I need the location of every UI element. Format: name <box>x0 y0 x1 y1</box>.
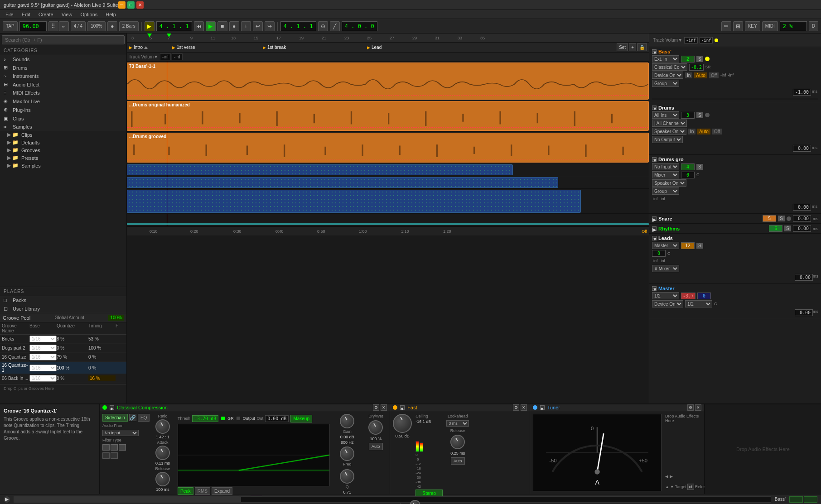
snare-clip[interactable] <box>127 164 513 175</box>
drums-device-select[interactable]: Speaker On <box>652 128 686 135</box>
compressor-settings-icon[interactable]: ⚙ <box>373 404 379 411</box>
tuner-led[interactable] <box>533 405 537 410</box>
menu-file[interactable]: File <box>2 11 17 18</box>
expand-btn[interactable]: Expand <box>212 487 232 495</box>
play-button[interactable]: ▶ <box>206 21 216 31</box>
close-button[interactable]: ✕ <box>136 1 144 9</box>
chain-icon[interactable]: 🔗 <box>129 414 136 421</box>
leads-level[interactable]: 12 <box>681 242 695 249</box>
drums-output-select[interactable]: No Output <box>652 136 683 143</box>
scene-lead[interactable]: ▶ Lead <box>367 45 382 50</box>
loop-position-display[interactable]: 4 . 0 . 0 <box>342 21 377 31</box>
drums-group-s-btn[interactable]: S <box>696 164 703 170</box>
sidebar-item-audio-effect[interactable]: ⊟ Audio Effect <box>0 80 126 89</box>
punch-icon[interactable]: ╱ <box>330 21 340 31</box>
freq-knob[interactable] <box>340 446 354 461</box>
drums-collapse-btn[interactable]: ▼ <box>652 106 657 110</box>
next-icon[interactable]: ▶ <box>670 474 673 479</box>
peak-btn[interactable]: Peak <box>178 487 193 495</box>
leads-collapse-btn[interactable]: ▼ <box>652 236 657 240</box>
folder-presets[interactable]: ▶ 📁 Presets <box>0 154 126 162</box>
arrangement-record-icon[interactable]: ▶ <box>145 21 155 31</box>
filter-btn1[interactable] <box>102 444 110 451</box>
key-label[interactable]: KEY <box>745 21 760 31</box>
leads-s-btn[interactable]: S <box>696 243 703 249</box>
drums-group-collapse-btn[interactable]: ▼ <box>652 157 657 162</box>
zoom-display[interactable]: 100% <box>87 21 106 31</box>
bass-collapse-btn[interactable]: ▼ <box>652 49 657 54</box>
fast-auto-btn[interactable]: Auto <box>451 457 465 465</box>
drums-s-btn[interactable]: S <box>696 112 703 118</box>
d-button[interactable]: D <box>809 21 818 31</box>
bricks-base[interactable]: 1/16 <box>29 336 57 342</box>
tap-button[interactable]: TAP <box>3 21 18 31</box>
attack-knob[interactable] <box>155 446 170 460</box>
bass-group-select[interactable]: Group <box>652 80 679 87</box>
bass-device-select[interactable]: Device On <box>652 72 683 79</box>
master-blue-level[interactable]: 0 <box>697 293 711 299</box>
thresh-value[interactable]: -3.70 dB <box>192 415 218 422</box>
loop-icon2[interactable]: ⊙ <box>318 21 328 31</box>
bass-auto-btn[interactable]: Auto <box>694 72 707 78</box>
drums-input-select[interactable]: All Ins <box>652 111 679 119</box>
fast-settings-icon[interactable]: ⚙ <box>513 404 519 411</box>
minimize-button[interactable]: ─ <box>118 1 126 9</box>
rhythms-collapse-btn[interactable]: ▶ <box>652 226 657 231</box>
drums-group-input-select[interactable]: No Input <box>652 163 679 170</box>
bass-off-btn[interactable]: Off <box>709 72 719 78</box>
menu-help[interactable]: Help <box>102 11 120 18</box>
drums-led[interactable] <box>705 113 710 117</box>
end-position-display[interactable]: 4 . 1 . 1 <box>280 21 316 31</box>
bass-s-btn[interactable]: S <box>696 56 703 62</box>
drop-effects-area[interactable]: Drop Audio Effects Here <box>705 404 821 494</box>
master-input-select[interactable]: 1/2 <box>652 292 679 299</box>
16q1-base[interactable]: 1/16 <box>29 365 57 371</box>
next-button[interactable]: ↪ <box>265 21 275 31</box>
groove-row-back[interactable]: 06 Back In ... 1/16 0 % 16 % <box>0 374 126 383</box>
drums-channel-select[interactable]: | All Channe <box>652 120 687 127</box>
bass-output-select[interactable]: Classical Co <box>652 63 687 71</box>
loop-icon[interactable]: ⤾ <box>59 21 69 31</box>
target-value[interactable]: ct <box>687 484 694 490</box>
prev-icon[interactable]: ◀ <box>665 474 668 479</box>
bass-led[interactable] <box>705 57 710 61</box>
drums-group-output-select[interactable]: Mixer <box>652 171 679 178</box>
dogs-base[interactable]: 1/16 <box>29 345 57 351</box>
groove-row-16q[interactable]: 16 Quantize 1/16 79 % 0 % <box>0 353 126 362</box>
plus-button[interactable]: + <box>629 43 636 51</box>
snare-level[interactable]: 5 <box>763 215 776 222</box>
rhythms-clip[interactable] <box>127 177 558 188</box>
stop-button[interactable]: ■ <box>217 21 227 31</box>
scene-intro[interactable]: ▶ Intro <box>129 45 148 50</box>
leads-input-select[interactable]: Master <box>652 242 679 249</box>
compressor-power-btn[interactable]: ● <box>110 405 114 410</box>
fast-release-knob[interactable] <box>450 435 465 449</box>
lock-button[interactable]: 🔒 <box>637 43 647 51</box>
drums-group-device-select[interactable]: Speaker On <box>652 179 686 187</box>
bpm-display[interactable]: 96.00 <box>19 21 47 31</box>
scene-1st-verse[interactable]: ▶ 1st verse <box>172 45 195 50</box>
gain-knob[interactable] <box>340 414 354 428</box>
leads-mixer-select[interactable]: ⊼ Mixer <box>652 265 679 272</box>
eq-btn[interactable]: EQ <box>138 414 150 422</box>
tuner-close-icon[interactable]: ✕ <box>695 404 701 411</box>
sidechain-btn[interactable]: Sidechain <box>102 414 128 422</box>
master-level[interactable]: -3.7 <box>681 293 695 299</box>
sidebar-item-user-library[interactable]: ◻ User Library <box>0 304 126 313</box>
sidebar-item-instruments[interactable]: ~ Instruments <box>0 72 126 80</box>
sidebar-item-plugins[interactable]: ⊕ Plug-ins <box>0 106 126 114</box>
menu-options[interactable]: Options <box>77 11 101 18</box>
search-input[interactable] <box>2 35 125 44</box>
bass-level2[interactable]: -0.2 <box>689 64 704 71</box>
groove-row-bricks[interactable]: Bricks 1/16 8 % 53 % <box>0 335 126 344</box>
folder-grooves[interactable]: ▶ 📁 Grooves <box>0 146 126 154</box>
drums-group-send-select[interactable]: Group <box>652 187 679 195</box>
menu-view[interactable]: View <box>58 11 76 18</box>
rhythms-s-btn[interactable]: S <box>784 226 791 231</box>
rhythms-level[interactable]: 6 <box>769 225 782 232</box>
rms-btn[interactable]: RMS <box>195 487 210 495</box>
bass-level[interactable]: 2 <box>681 56 695 62</box>
sidebar-item-drums[interactable]: ⊞ Drums <box>0 63 126 72</box>
drywet-knob[interactable] <box>368 420 383 435</box>
fast-lookahead-select[interactable]: 3 ms <box>446 420 469 427</box>
